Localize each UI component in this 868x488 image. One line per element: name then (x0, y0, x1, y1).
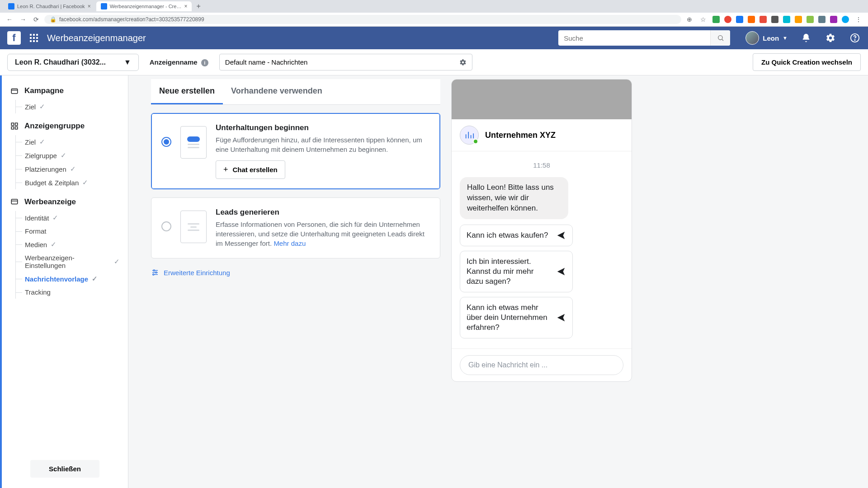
main: Kampagne Ziel ✓ Anzeigengruppe Ziel✓ Zie… (0, 75, 868, 488)
quick-reply[interactable]: Kann ich etwas mehr über dein Unternehme… (460, 297, 573, 338)
extension-icon[interactable] (783, 16, 790, 23)
extension-icon[interactable] (807, 16, 814, 23)
account-dropdown[interactable]: Leon R. Chaudhari (3032... ▼ (7, 54, 139, 71)
extension-icon[interactable] (771, 16, 778, 23)
zoom-icon[interactable]: ⊕ (685, 16, 694, 23)
menu-icon[interactable]: ⋮ (854, 16, 863, 23)
notifications-button[interactable] (800, 33, 812, 43)
secondary-bar: Leon R. Chaudhari (3032... ▼ Anzeigennam… (0, 49, 868, 75)
card-conversations[interactable]: Unterhaltungen beginnen Füge Aufforderun… (151, 113, 440, 189)
ad-name-value: Default name - Nachrichten (225, 58, 308, 66)
sidebar-item-ad-settings[interactable]: Werbeanzeigen-Einstellungen✓ (16, 251, 120, 272)
quick-reply[interactable]: Ich bin interessiert. Kannst du mir mehr… (460, 251, 573, 292)
sidebar-head-campaign[interactable]: Kampagne (10, 86, 120, 95)
ad-icon (10, 197, 19, 206)
phone-preview: Unternehmen XYZ 11:58 Hallo Leon! Bitte … (451, 79, 632, 382)
sidebar-item-identitaet[interactable]: Identität✓ (16, 211, 120, 225)
chevron-down-icon: ▼ (783, 35, 788, 41)
url-field[interactable]: 🔒 facebook.com/adsmanager/creation?act=3… (44, 15, 681, 24)
extension-icon[interactable] (724, 16, 731, 23)
radio-selected-icon[interactable] (161, 137, 171, 147)
facebook-logo-icon[interactable]: f (7, 31, 21, 45)
quick-creation-button[interactable]: Zu Quick Creation wechseln (753, 53, 861, 71)
plus-icon: + (223, 165, 228, 174)
extension-icon[interactable] (830, 16, 837, 23)
user-menu[interactable]: Leon ▼ (745, 31, 788, 45)
svg-rect-7 (11, 127, 14, 129)
facebook-icon (8, 3, 14, 9)
sidebar-item-zielgruppe[interactable]: Zielgruppe✓ (16, 149, 120, 162)
send-icon (556, 267, 566, 277)
reload-icon[interactable]: ⟳ (32, 16, 41, 23)
sidebar-item-budget[interactable]: Budget & Zeitplan✓ (16, 176, 120, 189)
sidebar-item-format[interactable]: Format (16, 225, 120, 238)
sidebar-item-ziel2[interactable]: Ziel✓ (16, 135, 120, 149)
close-icon[interactable]: × (184, 3, 187, 9)
help-button[interactable] (849, 33, 861, 43)
chat-input[interactable]: Gib eine Nachricht ein ... (460, 355, 623, 375)
chart-icon (464, 130, 474, 140)
card-title: Leads generieren (216, 208, 430, 217)
illustration-icon (180, 126, 207, 159)
more-link[interactable]: Mehr dazu (274, 239, 306, 247)
new-tab-button[interactable]: + (193, 2, 204, 10)
sidebar-group-adset: Anzeigengruppe Ziel✓ Zielgruppe✓ Platzie… (2, 122, 128, 197)
app-bar: f Werbeanzeigenmanager Leon ▼ (0, 27, 868, 49)
tab-title: Leon R. Chaudhari | Facebook (17, 4, 85, 9)
avatar (745, 31, 759, 45)
card-desc: Erfasse Informationen von Personen, die … (216, 220, 430, 248)
business-avatar (460, 126, 479, 145)
sidebar-item-platzierungen[interactable]: Platzierungen✓ (16, 162, 120, 176)
search-input[interactable] (558, 34, 710, 42)
extension-icon[interactable] (842, 16, 849, 23)
url-text: facebook.com/adsmanager/creation?act=303… (59, 16, 204, 23)
back-icon[interactable]: ← (5, 16, 14, 23)
search-button[interactable] (710, 30, 730, 46)
extension-icon[interactable] (760, 16, 767, 23)
tab-create-new[interactable]: Neue erstellen (151, 79, 223, 104)
sliders-icon (151, 268, 159, 277)
sidebar-head-ad[interactable]: Werbeanzeige (10, 197, 120, 206)
ad-name-input[interactable]: Default name - Nachrichten (219, 54, 472, 70)
sidebar-item-ziel[interactable]: Ziel ✓ (16, 100, 120, 113)
extension-icon[interactable] (818, 16, 826, 23)
close-icon[interactable]: × (88, 3, 91, 9)
tab-use-existing[interactable]: Vorhandene verwenden (223, 79, 330, 104)
sidebar-head-adset[interactable]: Anzeigengruppe (10, 122, 120, 131)
info-icon[interactable]: i (201, 59, 208, 66)
extension-icon[interactable] (795, 16, 802, 23)
extension-icon[interactable] (736, 16, 743, 23)
card-leads[interactable]: Leads generieren Erfasse Informationen v… (151, 197, 440, 258)
svg-line-1 (722, 39, 723, 41)
ad-name-label: Anzeigenname i (150, 58, 208, 66)
check-icon: ✓ (39, 103, 45, 111)
extension-icon[interactable] (712, 16, 720, 23)
close-button[interactable]: Schließen (30, 460, 99, 478)
quick-reply[interactable]: Kann ich etwas kaufen? (460, 225, 573, 246)
forward-icon[interactable]: → (18, 16, 28, 23)
gear-icon[interactable] (459, 59, 467, 66)
star-icon[interactable]: ☆ (698, 16, 708, 23)
tab-bar: Leon R. Chaudhari | Facebook × Werbeanze… (0, 0, 868, 13)
extension-icon[interactable] (748, 16, 755, 23)
preview-panel: Unternehmen XYZ 11:58 Hallo Leon! Bitte … (451, 75, 632, 488)
browser-chrome: Leon R. Chaudhari | Facebook × Werbeanze… (0, 0, 868, 27)
folder-icon (10, 86, 19, 95)
sidebar-item-tracking[interactable]: Tracking (16, 286, 120, 299)
bell-icon (801, 33, 811, 43)
sidebar-item-nachrichtenvorlage[interactable]: Nachrichtenvorlage✓ (16, 272, 120, 286)
illustration-icon (180, 211, 207, 243)
sidebar: Kampagne Ziel ✓ Anzeigengruppe Ziel✓ Zie… (0, 75, 128, 488)
settings-button[interactable] (825, 33, 836, 43)
content: Neue erstellen Vorhandene verwenden Unte… (128, 75, 868, 488)
chevron-down-icon: ▼ (124, 58, 131, 66)
advanced-setup-link[interactable]: Erweiterte Einrichtung (151, 268, 440, 277)
browser-tab[interactable]: Leon R. Chaudhari | Facebook × (4, 1, 95, 11)
radio-unselected-icon[interactable] (161, 221, 171, 231)
create-chat-button[interactable]: + Chat erstellen (216, 160, 285, 179)
check-icon: ✓ (82, 178, 88, 187)
sidebar-item-medien[interactable]: Medien✓ (16, 238, 120, 251)
browser-tab[interactable]: Werbeanzeigenmanager - Cre… × (96, 1, 192, 11)
apps-grid-icon[interactable] (27, 31, 41, 45)
check-icon: ✓ (70, 165, 76, 173)
